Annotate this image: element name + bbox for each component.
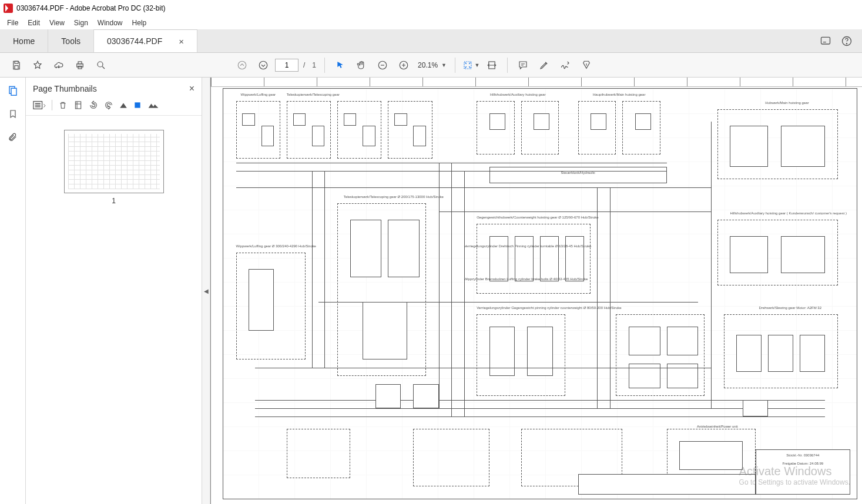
menu-file[interactable]: File xyxy=(2,18,23,28)
svg-rect-7 xyxy=(78,66,82,69)
zoom-in-button[interactable] xyxy=(394,56,413,75)
svg-rect-4 xyxy=(15,65,18,69)
thumbnails-rail-button[interactable] xyxy=(6,83,20,98)
save-button[interactable] xyxy=(7,56,26,75)
thumbnail-page-1[interactable]: 1 xyxy=(64,130,164,205)
page-number-input[interactable] xyxy=(275,59,298,72)
main-toolbar: / 1 20.1% ▼ ▼ xyxy=(0,53,862,78)
find-button[interactable] xyxy=(92,56,110,75)
notifications-icon[interactable] xyxy=(820,35,831,47)
thumb-rotate-cw-button[interactable] xyxy=(104,100,113,110)
chevron-down-icon: ▼ xyxy=(441,62,447,68)
comment-button[interactable] xyxy=(514,56,532,75)
label-luffing-top: Wippwerk/Luffing gear xyxy=(236,93,280,96)
svg-point-8 xyxy=(98,62,103,67)
panel-collapse-handle[interactable]: ◀ xyxy=(202,78,210,504)
thumb-delete-button[interactable] xyxy=(58,100,68,110)
label-block-nr: Stückl.-Nr. 03036744 xyxy=(762,453,844,457)
thumbnail-image xyxy=(64,130,164,193)
label-slewing: Drehwerk/Slewing gear Motor: A2FM 32 xyxy=(749,306,831,310)
label-date: Freigabe Datum: 24.08.99 xyxy=(762,462,844,465)
label-mounting-valve: Verriegelungszylinder Drehtisch Pinning … xyxy=(464,244,528,248)
tab-home[interactable]: Home xyxy=(0,29,48,52)
svg-point-10 xyxy=(259,61,267,69)
svg-rect-18 xyxy=(75,102,81,109)
schematic-drawing: Wippwerk/Luffing gear Teleskopierwerk/Te… xyxy=(223,88,857,499)
label-telescoping-top: Teleskopierwerk/Telescoping gear xyxy=(287,93,331,96)
print-button[interactable] xyxy=(71,56,89,75)
label-luffing-brake: Wippzylinder Bremsbolzen Luffing cylinde… xyxy=(464,277,528,281)
label-counterweight: Gegengewichthubwerk/Counterweight hoisti… xyxy=(477,216,591,219)
label-power-unit: Antriebseinheit/Power unit xyxy=(679,425,755,428)
acrobat-icon xyxy=(4,4,13,13)
label-luffing-mid: Wippwerk/Luffing gear Ø 300/240-4290 Hub… xyxy=(236,244,306,248)
zoom-dropdown[interactable]: 20.1% ▼ xyxy=(415,58,449,72)
thumbnails-panel: Page Thumbnails × 1 xyxy=(26,78,202,504)
fit-page-button[interactable]: ▼ xyxy=(461,56,480,75)
svg-rect-6 xyxy=(78,62,82,64)
cloud-button[interactable] xyxy=(49,56,68,75)
svg-point-2 xyxy=(846,43,847,43)
menu-edit[interactable]: Edit xyxy=(23,18,45,28)
tab-document[interactable]: 03036744.PDF × xyxy=(94,29,197,52)
highlight-button[interactable] xyxy=(535,56,554,75)
window-title: 03036744.PDF - Adobe Acrobat Pro DC (32-… xyxy=(16,4,165,12)
thumbnails-list: 1 xyxy=(26,116,202,504)
thumb-zoom-large-button[interactable] xyxy=(147,102,159,109)
label-aux-hoist-top: Hilfshubwerk/Auxiliary hoisting gear xyxy=(477,93,559,96)
thumbnails-toolbar xyxy=(26,99,202,116)
zoom-out-button[interactable] xyxy=(373,56,392,75)
star-button[interactable] xyxy=(28,56,47,75)
tab-tools[interactable]: Tools xyxy=(48,29,94,52)
thumb-options-button[interactable] xyxy=(33,100,46,110)
thumbnail-label: 1 xyxy=(64,197,164,205)
document-viewport[interactable]: Wippwerk/Luffing gear Teleskopierwerk/Te… xyxy=(210,78,862,504)
pan-tool-button[interactable] xyxy=(352,56,371,75)
menu-sign[interactable]: Sign xyxy=(69,18,93,28)
menu-view[interactable]: View xyxy=(45,18,69,28)
page-total: 1 xyxy=(312,61,316,69)
svg-point-9 xyxy=(238,61,246,69)
sign-button[interactable] xyxy=(556,56,575,75)
page-down-button[interactable] xyxy=(254,56,273,75)
attachments-rail-button[interactable] xyxy=(6,130,20,145)
page-sep: / xyxy=(303,61,305,69)
menu-bar: File Edit View Sign Window Help xyxy=(0,16,862,29)
thumbnails-close-button[interactable]: × xyxy=(189,83,194,94)
svg-rect-19 xyxy=(135,102,140,107)
tab-document-label: 03036744.PDF xyxy=(107,36,162,46)
fit-width-button[interactable] xyxy=(482,56,501,75)
tab-bar: Home Tools 03036744.PDF × xyxy=(0,29,862,53)
horizontal-ruler xyxy=(211,78,862,87)
thumb-zoom-mid-button[interactable] xyxy=(133,101,142,109)
label-main-hoist-right: Hubwerk/Main hoisting gear xyxy=(743,101,831,105)
thumb-rotate-ccw-button[interactable] xyxy=(89,100,98,110)
stamp-button[interactable] xyxy=(577,56,596,75)
workspace: Page Thumbnails × 1 ◀ xyxy=(0,78,862,504)
help-icon[interactable] xyxy=(841,35,853,47)
thumb-insert-button[interactable] xyxy=(73,100,83,110)
nav-rail xyxy=(0,78,26,504)
label-counterweight-pin: Verriegelungszylinder Gegengewicht pinni… xyxy=(477,306,565,310)
svg-rect-0 xyxy=(821,37,830,44)
thumb-zoom-small-button[interactable] xyxy=(119,102,128,109)
menu-window[interactable]: Window xyxy=(93,18,128,28)
label-main-hoist-top: Haupthubwerk/Main hoisting gear xyxy=(578,93,660,96)
bookmarks-rail-button[interactable] xyxy=(6,107,20,121)
thumbnails-title: Page Thumbnails xyxy=(33,84,97,93)
window-title-bar: 03036744.PDF - Adobe Acrobat Pro DC (32-… xyxy=(0,0,862,16)
selection-tool-button[interactable] xyxy=(331,56,350,75)
tab-close-icon[interactable]: × xyxy=(179,36,184,46)
label-aux-hoist-right: Hilfshubwerk/Auxiliary hoisting gear ( K… xyxy=(730,211,837,215)
svg-rect-5 xyxy=(77,63,83,66)
svg-rect-3 xyxy=(15,61,18,63)
menu-help[interactable]: Help xyxy=(128,18,152,28)
label-telescoping-mid: Teleskopierwerk/Telescoping gear Ø 200/1… xyxy=(344,195,420,199)
document-page: Wippwerk/Luffing gear Teleskopierwerk/Te… xyxy=(210,78,862,504)
page-up-button[interactable] xyxy=(233,56,251,75)
zoom-value: 20.1% xyxy=(418,61,438,69)
svg-rect-16 xyxy=(11,88,16,95)
